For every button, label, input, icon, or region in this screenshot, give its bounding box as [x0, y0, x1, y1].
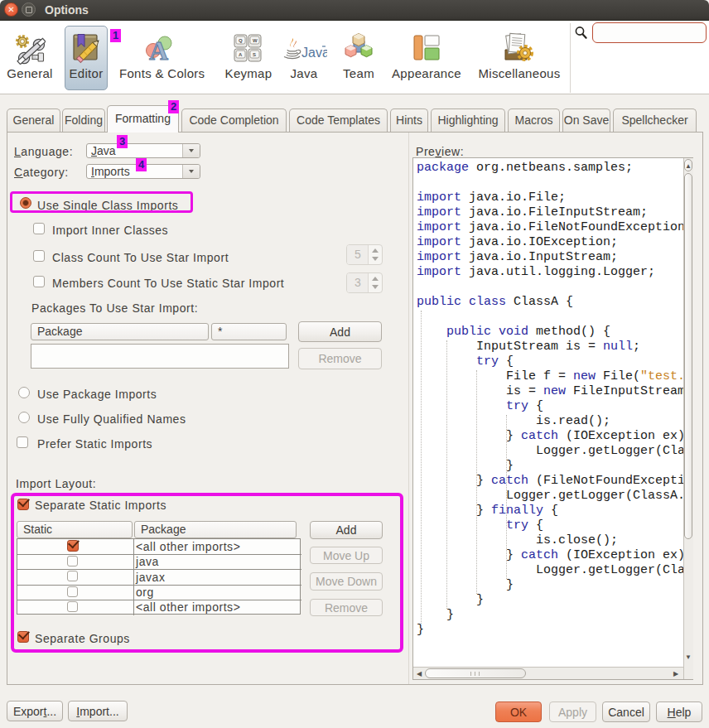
svg-text:Q: Q — [239, 38, 243, 43]
svg-text:Java: Java — [301, 46, 327, 60]
svg-text:S: S — [253, 52, 256, 57]
svg-text:W: W — [253, 38, 258, 43]
svg-text:A: A — [149, 36, 168, 62]
svg-text:A: A — [239, 52, 243, 57]
